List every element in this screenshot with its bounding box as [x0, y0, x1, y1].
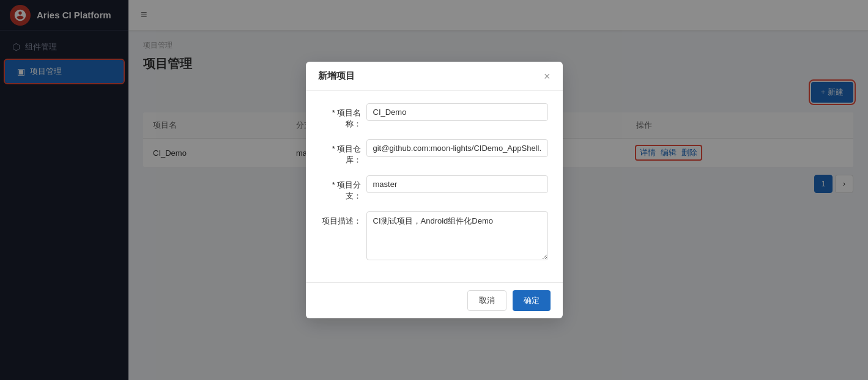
form-item-name: * 项目名称： [321, 103, 548, 130]
form-label-name: * 项目名称： [321, 103, 366, 130]
dialog-title: 新增项目 [318, 70, 355, 82]
dialog-footer: 取消 确定 [306, 282, 563, 318]
form-item-repo: * 项目仓库： [321, 139, 548, 166]
project-desc-input[interactable]: CI测试项目，Android组件化Demo [366, 211, 548, 260]
dialog-body: * 项目名称： * 项目仓库： * 项目分支： 项目描述： CI测试项目，And… [306, 91, 563, 282]
form-label-repo: * 项目仓库： [321, 139, 366, 166]
confirm-button[interactable]: 确定 [513, 290, 551, 311]
new-project-dialog: 新增项目 × * 项目名称： * 项目仓库： * 项目分支： 项目描述： [306, 62, 563, 318]
dialog-header: 新增项目 × [306, 62, 563, 91]
form-item-branch: * 项目分支： [321, 175, 548, 202]
project-name-input[interactable] [366, 103, 548, 121]
project-branch-input[interactable] [366, 175, 548, 193]
dialog-close-button[interactable]: × [544, 71, 551, 82]
project-repo-input[interactable] [366, 139, 548, 157]
main-content: ≡ 项目管理 项目管理 + 新建 项目名 分支名 更新时间 操作 [128, 0, 868, 380]
form-label-branch: * 项目分支： [321, 175, 366, 202]
form-item-desc: 项目描述： CI测试项目，Android组件化Demo [321, 211, 548, 260]
modal-overlay[interactable]: 新增项目 × * 项目名称： * 项目仓库： * 项目分支： 项目描述： [128, 0, 868, 380]
cancel-button[interactable]: 取消 [467, 290, 506, 311]
form-label-desc: 项目描述： [321, 211, 366, 227]
